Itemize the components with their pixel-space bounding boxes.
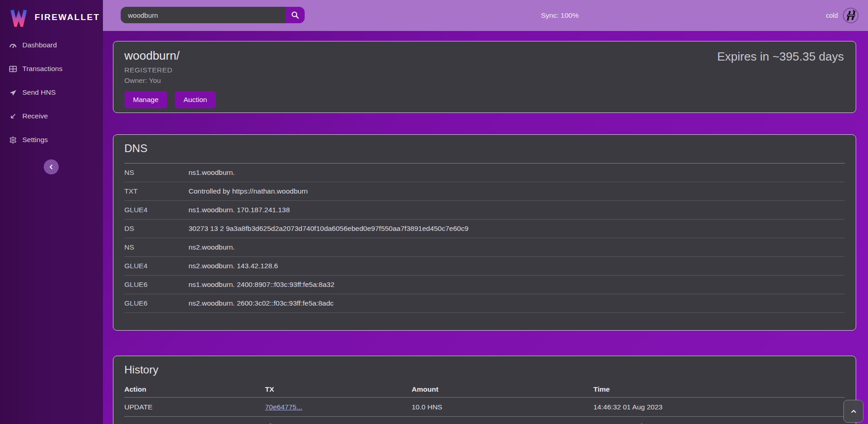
search-input[interactable] [121, 7, 286, 23]
gear-icon [9, 136, 17, 144]
sidebar-item-label: Transactions [22, 65, 62, 73]
main-content: woodburn/ REGISTERED Owner: You Manage A… [103, 31, 868, 424]
dns-record-value: 30273 13 2 9a3a8fb3d625d2a2073d740f10da6… [189, 225, 469, 233]
column-header-amount: Amount [412, 385, 593, 393]
dns-record-value: ns1.woodburn. 2400:8907::f03c:93ff:fe5a:… [189, 281, 334, 289]
wallet-selector[interactable]: cold [826, 0, 859, 31]
dns-record-type: GLUE4 [124, 262, 189, 270]
history-title: History [124, 363, 845, 376]
sidebar-item-transactions[interactable]: Transactions [0, 63, 103, 75]
dns-record-value: ns2.woodburn. [189, 243, 235, 251]
gauge-icon [9, 41, 17, 49]
dns-record-row: NS ns2.woodburn. [124, 238, 845, 257]
sidebar-collapse-button[interactable] [44, 159, 59, 174]
paper-plane-icon [9, 89, 17, 97]
sidebar-item-receive[interactable]: Receive [0, 110, 103, 122]
dns-record-type: DS [124, 225, 189, 233]
dns-record-row: DS 30273 13 2 9a3a8fb3d625d2a2073d740f10… [124, 220, 845, 238]
history-action: RENEW [124, 422, 265, 424]
tx-link[interactable]: 70e64775... [265, 403, 302, 411]
search-icon [291, 11, 299, 19]
dns-card: DNS NS ns1.woodburn. TXT Controlled by h… [113, 134, 856, 331]
arrow-down-left-icon [9, 112, 17, 120]
sidebar-item-send-hns[interactable]: Send HNS [0, 87, 103, 98]
domain-owner: Owner: You [124, 77, 845, 85]
domain-card: woodburn/ REGISTERED Owner: You Manage A… [113, 41, 856, 113]
history-row: RENEW 3f9a27c4... 10.0 HNS 15:47:36 07 F… [124, 416, 845, 424]
sidebar-nav: Dashboard Transactions Send HNS Receive … [0, 39, 103, 146]
expires-label: Expires in ~395.35 days [717, 50, 844, 64]
firewallet-w-icon [9, 8, 28, 27]
topbar: Sync: 100% cold [103, 0, 868, 31]
sidebar-item-settings[interactable]: Settings [0, 134, 103, 146]
dns-record-value: Controlled by https://nathan.woodburn [189, 187, 308, 195]
domain-status: REGISTERED [124, 66, 845, 74]
auction-button[interactable]: Auction [175, 91, 216, 108]
chevron-up-icon [850, 408, 857, 415]
sidebar: FIREWALLET Dashboard Transactions Send H… [0, 0, 103, 424]
app-title: FIREWALLET [35, 12, 100, 22]
sidebar-item-label: Receive [22, 112, 48, 120]
dns-record-row: GLUE4 ns2.woodburn. 143.42.128.6 [124, 257, 845, 276]
dns-table: NS ns1.woodburn. TXT Controlled by https… [124, 163, 845, 313]
app-logo: FIREWALLET [0, 0, 103, 29]
dns-record-type: TXT [124, 187, 189, 195]
wallet-name: cold [826, 12, 838, 19]
dns-record-type: NS [124, 169, 189, 177]
dns-record-type: GLUE6 [124, 299, 189, 307]
column-header-time: Time [593, 385, 845, 393]
sidebar-item-label: Send HNS [22, 88, 56, 97]
chevron-left-icon [48, 164, 54, 170]
dns-title: DNS [124, 142, 845, 155]
dns-record-row: GLUE6 ns1.woodburn. 2400:8907::f03c:93ff… [124, 276, 845, 294]
search-group [121, 7, 305, 23]
dns-record-value: ns2.woodburn. 143.42.128.6 [189, 262, 278, 270]
dns-record-value: ns1.woodburn. 170.187.241.138 [189, 206, 290, 214]
sidebar-item-label: Settings [22, 136, 48, 144]
history-amount: 10.0 HNS [412, 422, 593, 424]
table-icon [9, 65, 17, 73]
history-card: History Action TX Amount Time UPDATE 70e… [113, 356, 856, 424]
sync-status: Sync: 100% [541, 0, 579, 31]
history-time: 14:46:32 01 Aug 2023 [593, 403, 845, 411]
dns-record-type: NS [124, 243, 189, 251]
tx-link[interactable]: 3f9a27c4... [265, 422, 300, 424]
history-table: Action TX Amount Time UPDATE 70e64775...… [124, 382, 845, 424]
dns-record-type: GLUE6 [124, 281, 189, 289]
dns-record-type: GLUE4 [124, 206, 189, 214]
history-row: UPDATE 70e64775... 10.0 HNS 14:46:32 01 … [124, 397, 845, 416]
history-time: 15:47:36 07 Feb 2023 [593, 422, 845, 424]
column-header-tx: TX [265, 385, 412, 393]
history-header-row: Action TX Amount Time [124, 382, 845, 397]
sidebar-item-label: Dashboard [22, 41, 57, 49]
handshake-logo-icon [842, 7, 859, 24]
search-button[interactable] [286, 7, 305, 23]
column-header-action: Action [124, 385, 265, 393]
dns-record-row: NS ns1.woodburn. [124, 163, 845, 182]
dns-record-row: GLUE4 ns1.woodburn. 170.187.241.138 [124, 201, 845, 220]
sidebar-item-dashboard[interactable]: Dashboard [0, 39, 103, 51]
dns-record-value: ns1.woodburn. [189, 169, 235, 177]
history-amount: 10.0 HNS [412, 403, 593, 411]
dns-record-row: GLUE6 ns2.woodburn. 2600:3c02::f03c:93ff… [124, 294, 845, 313]
history-action: UPDATE [124, 403, 265, 411]
scroll-to-top-button[interactable] [843, 400, 863, 423]
manage-button[interactable]: Manage [124, 91, 167, 108]
dns-record-row: TXT Controlled by https://nathan.woodbur… [124, 182, 845, 201]
dns-record-value: ns2.woodburn. 2600:3c02::f03c:93ff:fe5a:… [189, 299, 334, 307]
